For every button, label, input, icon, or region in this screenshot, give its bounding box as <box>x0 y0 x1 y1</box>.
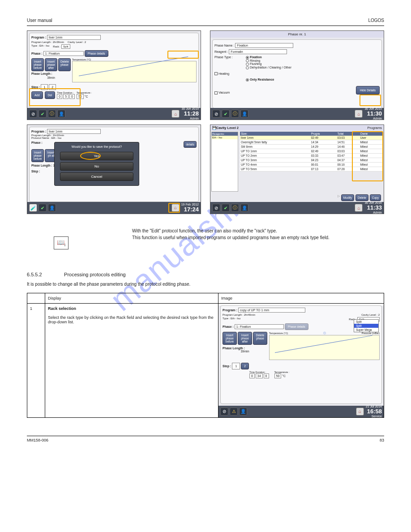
step-1-button[interactable]: 1 <box>232 363 240 369</box>
program-name-input[interactable]: liver 1mm <box>47 35 101 40</box>
home-icon[interactable]: ⌂ <box>171 110 180 118</box>
insert-phase-before-button[interactable]: Insert phase before <box>223 332 237 345</box>
info-icon[interactable]: ⓘ <box>231 110 239 118</box>
th-image: Image <box>218 293 384 303</box>
save-icon[interactable]: ✔ <box>39 204 47 212</box>
cup-icon[interactable]: 🧪 <box>29 204 37 212</box>
reagent-eth-iso[interactable]: Eth - Iso <box>212 136 238 139</box>
save-icon[interactable]: ✔ <box>222 110 230 118</box>
user-icon[interactable]: 👤 <box>48 204 56 212</box>
rack-value[interactable]: Split <box>61 44 70 49</box>
delete-phase-button[interactable]: Delete phase <box>58 58 71 71</box>
phase-select[interactable]: 1: Fixation <box>43 51 84 56</box>
nav-prev-icon[interactable]: ▷ <box>338 194 340 201</box>
insert-phase-before-button[interactable]: Insert phase before <box>31 58 44 71</box>
phase-details-button[interactable]: Phase details <box>85 50 108 57</box>
col-owner[interactable]: Owne <box>359 132 383 136</box>
yes-button[interactable]: Yes <box>60 152 133 160</box>
step-2-button[interactable]: 2 <box>49 84 56 90</box>
step-1-button[interactable]: 1 <box>41 84 48 90</box>
section-intro: It is possible to change all the phase p… <box>27 282 384 287</box>
insert-phase-before-button[interactable]: Insert phase before <box>31 149 44 162</box>
table-row[interactable]: Overnight 5mm fatty14:3414:51Milest <box>240 140 383 145</box>
phase-details-button[interactable]: Phase details <box>285 323 308 330</box>
temp-input[interactable]: 50 <box>77 94 84 99</box>
heating-checkbox[interactable] <box>214 72 218 75</box>
save-icon[interactable]: ✔ <box>222 204 230 212</box>
page-footer: MM158-006 83 <box>27 436 384 442</box>
dur-s[interactable]: 0 <box>264 373 269 378</box>
table-row[interactable]: UP TO 4mm06:0106:16Milest <box>240 163 383 167</box>
table-row[interactable]: UP TO 5mm07:1307:28Milest <box>240 167 383 172</box>
modify-button[interactable]: Modify <box>341 194 354 201</box>
radio-fixation[interactable] <box>246 56 249 59</box>
no-button[interactable]: No <box>60 162 133 171</box>
step-2-button[interactable]: 2 <box>241 363 249 369</box>
section-number: 6.5.5.2 <box>27 272 63 277</box>
step-1-num: 1 <box>27 303 45 417</box>
dur-h[interactable]: 0 <box>249 373 255 378</box>
th-blank <box>27 293 45 303</box>
table-row[interactable]: UP TO 1mm02:4903:03Milest <box>240 149 383 154</box>
cancel-icon[interactable]: ⊘ <box>212 204 220 212</box>
home-icon[interactable]: ⌂ <box>355 204 363 212</box>
rack-opt-split[interactable]: Split <box>354 320 378 324</box>
vacuum-checkbox[interactable] <box>214 91 218 94</box>
cancel-icon[interactable]: ⊘ <box>29 110 37 118</box>
rack-opt-split-sel[interactable]: Split <box>354 324 378 328</box>
program-name-input[interactable]: copy of UP TO 1 mm <box>238 308 305 313</box>
col-size[interactable]: Size: <box>240 132 310 136</box>
radio-rinsing[interactable] <box>246 59 249 62</box>
user-icon[interactable]: 👤 <box>239 408 247 416</box>
rack-dropdown-list[interactable]: Split Split Super Mega <box>354 319 379 332</box>
del-button[interactable]: Del <box>45 91 56 99</box>
save-icon[interactable]: ✔ <box>39 110 47 118</box>
sb-role: Service <box>366 415 382 418</box>
dur-h[interactable]: 0 <box>57 94 62 99</box>
cancel-icon[interactable]: ⊘ <box>220 408 228 416</box>
user-icon[interactable]: 👤 <box>240 204 248 212</box>
len-label: Program Length : <box>31 41 52 43</box>
details-button[interactable]: details <box>184 141 197 148</box>
proto-label: Protocol Name : <box>31 137 51 139</box>
copy-button[interactable]: Copy <box>370 194 381 201</box>
table-row[interactable]: SM 8mm14:2914:46Milest <box>240 145 383 149</box>
cancel-button[interactable]: Cancel <box>60 172 133 181</box>
dur-m[interactable]: 34 <box>256 373 263 378</box>
radio-flushing[interactable] <box>246 63 249 66</box>
temp-input[interactable]: 50 <box>274 373 282 378</box>
table-row[interactable]: UP TO 3mm04:2304:37Milest <box>240 158 383 163</box>
rack-opt-super-mega[interactable]: Super Mega <box>354 328 378 332</box>
hide-details-button[interactable]: Hide Details <box>356 86 380 94</box>
home-icon[interactable]: ⌂ <box>355 110 363 118</box>
insert-phase-after-button[interactable]: Insert phase after <box>45 58 57 71</box>
col-program[interactable]: Progra <box>310 132 337 136</box>
info-icon[interactable]: ⓘ <box>231 204 239 212</box>
user-icon[interactable]: 👤 <box>57 110 65 118</box>
info-icon[interactable]: ⓘ <box>48 110 56 118</box>
table-row[interactable]: liver 1mm02:4903:03User <box>240 136 383 140</box>
insert-phase-after-button[interactable]: Insert phase after <box>238 332 252 345</box>
phase-name-input[interactable]: Fixation <box>235 43 293 48</box>
step-label: Step : <box>31 170 40 173</box>
home-icon[interactable]: ⌂ <box>171 204 180 212</box>
radio-only-resistance[interactable] <box>246 78 249 82</box>
program-name-input[interactable]: liver 1mm <box>47 129 101 134</box>
radio-dehydration[interactable] <box>246 66 249 69</box>
alert-icon[interactable]: ⚠ <box>230 408 238 416</box>
dur-m[interactable]: 5 <box>63 94 68 99</box>
phase-select[interactable]: 1: Fixation <box>235 324 284 329</box>
dur-s[interactable]: 0 <box>69 94 75 99</box>
screenshot-programs-list: 💾 Cavity Level 2 Programs Reagents: Eth … <box>210 124 384 214</box>
delete-phase-button[interactable]: Delete phase <box>253 332 267 345</box>
user-icon[interactable]: 👤 <box>240 110 248 118</box>
table-row[interactable]: UP TO 2mm03:3303:47Milest <box>240 154 383 158</box>
opt-rinsing: Rinsing <box>250 59 260 62</box>
screenshot-program-editor: Program : liver 1mm Program Length : 2hr… <box>27 30 201 120</box>
add-button[interactable]: Add <box>31 91 43 99</box>
home-icon[interactable]: ⌂ <box>356 408 364 416</box>
delete-button[interactable]: Delete <box>355 194 368 201</box>
col-total[interactable]: Total <box>337 132 360 136</box>
reagent-select[interactable]: Formalin <box>229 49 287 54</box>
cancel-icon[interactable]: ⊘ <box>212 110 220 118</box>
